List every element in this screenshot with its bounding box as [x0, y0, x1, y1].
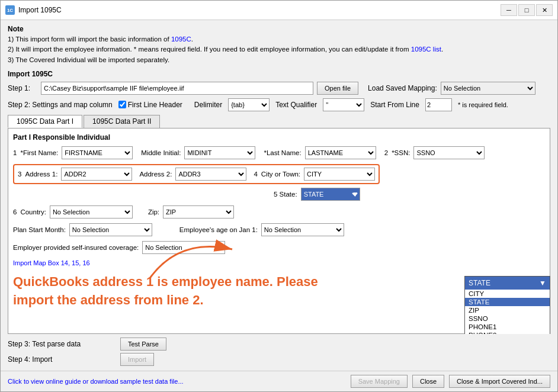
field-row-4: Plan Start Month: No Selection Employee'…	[13, 223, 545, 236]
step2-row: Step 2: Settings and map column First Li…	[8, 98, 550, 111]
title-bar: 1C Import 1095C ─ □ ✕	[1, 1, 557, 20]
addr1-label: Address 1:	[25, 171, 57, 178]
note-item-3: 3) The Covered Individual will be import…	[8, 55, 550, 65]
field-row-1: 1 *First Name: FIRSTNAME Middle Initial:…	[13, 146, 545, 159]
close-import-covered-button[interactable]: Close & Import Covered Ind...	[449, 375, 550, 388]
close-button[interactable]: ✕	[536, 4, 553, 16]
ssn-label: *SSN:	[392, 149, 410, 156]
field-row-2: 3 Address 1: ADDR2 Address 2: ADDR3 4 Ci…	[13, 164, 380, 184]
text-qualifier-select[interactable]: " ' None	[323, 98, 364, 111]
city-select[interactable]: CITY	[304, 168, 375, 181]
start-from-line-input[interactable]	[425, 98, 452, 111]
field-row-2b: 5 State: STATE ▼	[13, 188, 545, 201]
step4-row: Step 4: Import Import	[8, 353, 550, 366]
save-mapping-button[interactable]: Save Mapping	[351, 375, 408, 388]
lastname-select[interactable]: LASTNAME	[305, 146, 376, 159]
open-file-button[interactable]: Open file	[317, 82, 358, 95]
load-mapping-label: Load Saved Mapping:	[368, 84, 437, 92]
maximize-button[interactable]: □	[518, 4, 535, 16]
plan-label: Plan Start Month:	[13, 226, 66, 233]
field-row-3: 6 Country: No Selection Zip: ZIP	[13, 205, 545, 219]
state-dropdown-arrow: ▼	[539, 279, 546, 287]
import-map-link[interactable]: Import Map Box 14, 15, 16	[13, 259, 90, 266]
step1-row: Step 1: Open file Load Saved Mapping: No…	[8, 82, 550, 95]
first-line-header-checkbox[interactable]	[118, 101, 126, 108]
city-label: City or Town:	[261, 171, 300, 178]
first-line-header-text: First Line Header	[128, 101, 182, 109]
ssn-select[interactable]: SSNO	[413, 146, 485, 159]
part1-title: Part I Responsible Individual	[13, 133, 545, 142]
age-select[interactable]: No Selection	[261, 223, 344, 236]
step4-label: Step 4: Import	[8, 355, 114, 364]
minimize-button[interactable]: ─	[501, 4, 517, 16]
delimiter-select[interactable]: {tab} , ; |	[228, 98, 270, 111]
footer-link[interactable]: Click to view online guide or download s…	[8, 378, 184, 385]
app-icon: 1C	[5, 5, 15, 15]
tab-part1[interactable]: 1095C Data Part I	[8, 115, 82, 128]
country-select[interactable]: No Selection	[50, 205, 133, 219]
state-dropdown-title: STATE	[469, 279, 490, 287]
step1-label: Step 1:	[8, 84, 37, 92]
state-item-phone2[interactable]: PHONE2	[465, 331, 550, 334]
footer: Click to view online guide or download s…	[1, 371, 557, 391]
state-item-state[interactable]: STATE	[465, 298, 550, 306]
zip-label: Zip:	[148, 208, 159, 216]
state-num: 5 State:	[274, 191, 297, 198]
addr2-label: Address 2:	[139, 171, 172, 178]
main-content: Note 1) This import form will import the…	[1, 20, 557, 371]
ssn-num: 2	[384, 149, 388, 156]
age-label: Employee's age on Jan 1:	[179, 226, 258, 233]
title-controls: ─ □ ✕	[501, 4, 553, 16]
note-item-1: 1) This import form will import the basi…	[8, 34, 550, 44]
tab-part2[interactable]: 1095C Data Part II	[84, 115, 160, 128]
country-label: Country:	[20, 208, 46, 216]
field-row-5: Employer provided self-insured coverage:…	[13, 241, 545, 254]
lastname-label: *Last Name:	[264, 149, 301, 156]
bottom-steps: Step 3: Test parse data Test Parse Step …	[8, 338, 550, 366]
state-dropdown: STATE ▼ CITY STATE ZIP SSNO PHONE1 PHONE…	[464, 276, 550, 334]
title-bar-left: 1C Import 1095C	[5, 5, 62, 15]
midinit-select[interactable]: MIDINIT	[184, 146, 255, 159]
load-mapping-select[interactable]: No Selection	[441, 82, 535, 95]
state-dropdown-header: STATE ▼	[465, 277, 550, 290]
required-note: * is required field.	[458, 101, 508, 108]
import-1095c-window: 1C Import 1095C ─ □ ✕ Note 1) This impor…	[0, 0, 558, 392]
step2-label: Step 2: Settings and map column	[8, 101, 113, 109]
test-parse-button[interactable]: Test Parse	[120, 338, 166, 351]
link-1095c[interactable]: 1095C	[171, 36, 191, 43]
note-item-2: 2) It will import the employee informati…	[8, 44, 550, 54]
text-qualifier-label: Text Qualifier	[275, 101, 317, 109]
link-1095c-list[interactable]: 1095C list	[411, 46, 441, 53]
file-path-input[interactable]	[41, 82, 313, 95]
state-item-zip[interactable]: ZIP	[465, 306, 550, 314]
first-line-header-label[interactable]: First Line Header	[118, 101, 182, 109]
country-num: 6	[13, 208, 17, 216]
state-dropdown-list[interactable]: CITY STATE ZIP SSNO PHONE1 PHONE2 EMAIL …	[465, 290, 550, 334]
annotation-arrow	[143, 237, 262, 285]
addr2-select[interactable]: ADDR3	[175, 168, 246, 181]
firstname-num: 1	[13, 149, 17, 156]
state-item-ssno[interactable]: SSNO	[465, 314, 550, 323]
start-from-line-label: Start From Line	[370, 101, 419, 109]
step3-label: Step 3: Test parse data	[8, 340, 114, 348]
firstname-select[interactable]: FIRSTNAME	[62, 146, 133, 159]
step3-row: Step 3: Test parse data Test Parse	[8, 338, 550, 351]
window-title: Import 1095C	[18, 6, 62, 14]
footer-buttons: Save Mapping Close Close & Import Covere…	[351, 375, 550, 388]
firstname-label: *First Name:	[20, 149, 58, 156]
note-section: Note 1) This import form will import the…	[8, 25, 550, 65]
note-title: Note	[8, 25, 550, 33]
city-num: 4	[254, 171, 257, 178]
addr1-select[interactable]: ADDR2	[61, 168, 132, 181]
zip-select[interactable]: ZIP	[163, 205, 234, 219]
close-button-footer[interactable]: Close	[412, 375, 444, 388]
state-item-city[interactable]: CITY	[465, 290, 550, 298]
main-area: 1095C Data Part I 1095C Data Part II Par…	[8, 115, 550, 334]
state-item-phone1[interactable]: PHONE1	[465, 323, 550, 331]
import-button[interactable]: Import	[120, 353, 154, 366]
midinit-label: Middle Initial:	[141, 149, 181, 156]
state-select[interactable]: STATE	[301, 188, 360, 201]
addr1-num: 3	[18, 171, 21, 178]
plan-select[interactable]: No Selection	[69, 223, 152, 236]
delimiter-label: Delimiter	[194, 101, 222, 109]
